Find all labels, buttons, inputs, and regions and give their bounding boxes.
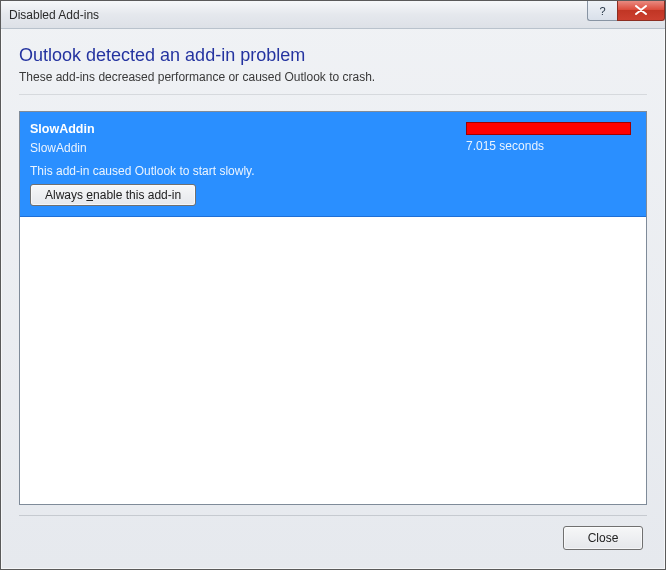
window-title: Disabled Add-ins xyxy=(9,8,587,22)
page-heading: Outlook detected an add-in problem xyxy=(19,45,647,66)
addins-list[interactable]: SlowAddin SlowAddin 7.015 seconds This a… xyxy=(19,111,647,505)
close-button[interactable]: Close xyxy=(563,526,643,550)
header-section: Outlook detected an add-in problem These… xyxy=(19,43,647,95)
always-enable-button[interactable]: Always enable this add-in xyxy=(30,184,196,206)
client-area: Outlook detected an add-in problem These… xyxy=(1,29,665,569)
addin-message: This add-in caused Outlook to start slow… xyxy=(30,164,636,178)
dialog-footer: Close xyxy=(19,515,647,559)
enable-label-suffix: nable this add-in xyxy=(93,188,181,202)
enable-label-prefix: Always xyxy=(45,188,86,202)
addin-row: SlowAddin SlowAddin 7.015 seconds xyxy=(30,120,636,158)
addin-publisher: SlowAddin xyxy=(30,138,466,158)
help-button[interactable]: ? xyxy=(587,1,617,21)
dialog-window: Disabled Add-ins ? Outlook detected an a… xyxy=(0,0,666,570)
addin-item[interactable]: SlowAddin SlowAddin 7.015 seconds This a… xyxy=(19,111,647,217)
page-subheading: These add-ins decreased performance or c… xyxy=(19,70,647,92)
title-bar[interactable]: Disabled Add-ins ? xyxy=(1,1,665,29)
addin-info: SlowAddin SlowAddin xyxy=(30,120,466,158)
addin-name: SlowAddin xyxy=(30,120,466,138)
addin-duration: 7.015 seconds xyxy=(466,139,636,153)
help-icon: ? xyxy=(599,5,605,17)
performance-bar xyxy=(466,122,631,135)
window-close-button[interactable] xyxy=(617,1,665,21)
window-controls: ? xyxy=(587,1,665,28)
addin-metrics: 7.015 seconds xyxy=(466,120,636,153)
close-icon xyxy=(635,4,647,18)
